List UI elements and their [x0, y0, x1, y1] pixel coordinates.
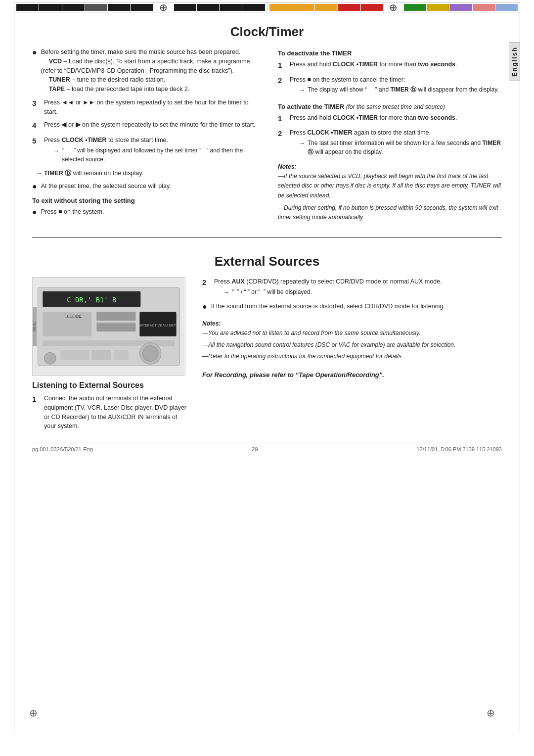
ext-notes: Notes: —You are advised not to listen to…: [202, 319, 502, 361]
bullet-dot-icon4: ●: [32, 208, 37, 216]
deactivate-step2: 2 Press ■ on the system to cancel the ti…: [278, 75, 502, 96]
bullet-dot-icon: ●: [32, 48, 37, 56]
svg-rect-15: [114, 350, 129, 360]
deactivate-step2-text: Press ■ on the system to cancel the time…: [290, 75, 502, 96]
deactivate-step1-text: Press and hold CLOCK •TIMER for more tha…: [290, 60, 502, 69]
deactivate-heading: To deactivate the TIMER: [278, 49, 502, 57]
exit-heading: To exit without storing the setting: [32, 197, 256, 204]
color-block: [220, 4, 242, 11]
notes-label: Notes:: [278, 162, 502, 172]
ext-note3: —Refer to the operating instructions for…: [202, 352, 502, 361]
step-3: 3 Press ◄◄ or ►► on the system repeatedl…: [32, 98, 256, 117]
note2-text: —During timer setting, if no button is p…: [278, 203, 502, 222]
step-4: 4 Press ◀ or ▶ on the system repeatedly …: [32, 120, 256, 132]
footer-center: 29: [252, 446, 258, 452]
ext-note1: —You are advised not to listen to and re…: [202, 329, 502, 338]
device-svg: C DR,' B1' B INTERACTIVE VU MET: [33, 278, 185, 376]
deactivate-arrow-text: The display will show “ ” and TIMER ⓑ wi…: [308, 85, 499, 94]
timer-remain-bullet: → TIMER ⓑ will remain on the display.: [32, 169, 256, 178]
page-footer: pg 001-032/V520/21-Eng 29 12/11/01, 5:06…: [32, 443, 502, 452]
color-block: [39, 4, 61, 11]
activate-arrow: → The last set timer information will be…: [299, 139, 502, 156]
color-block: [85, 4, 107, 11]
activate-step1: 1 Press and hold CLOCK •TIMER for more t…: [278, 113, 502, 125]
bullet-dot-icon3: ●: [32, 183, 37, 190]
svg-point-11: [142, 346, 158, 362]
tape-desc: – load the prerecorded tape into tape de…: [65, 86, 189, 93]
preset-bullet: ● At the preset time, the selected sourc…: [32, 182, 256, 191]
svg-text:MENU: MENU: [33, 322, 36, 331]
tuner-label: TUNER: [49, 76, 70, 83]
tuner-desc: – tune to the desired radio station.: [70, 76, 166, 83]
step-3-text: Press ◄◄ or ►► on the system repeatedly …: [44, 98, 256, 117]
activate-step2-text: Press CLOCK •TIMER again to store the st…: [290, 128, 502, 157]
svg-rect-13: [60, 350, 89, 360]
ext-step1-text: Connect the audio out terminals of the e…: [44, 394, 190, 431]
ext-sources-columns: C DR,' B1' B INTERACTIVE VU MET: [32, 277, 502, 435]
svg-text:INTERACTIVE VU MET: INTERACTIVE VU MET: [139, 324, 177, 327]
crosshair-icon: ⊕: [384, 1, 403, 13]
step5-arrow-item: → “ ” will be displayed and followed by …: [53, 146, 256, 164]
svg-text:□□□□CE: □□□□CE: [65, 314, 82, 319]
color-block: [242, 4, 265, 11]
svg-rect-14: [91, 350, 111, 360]
deactivate-arrow: → The display will show “ ” and TIMER ⓑ …: [299, 85, 502, 95]
clock-timer-notes: Notes: —If the source selected is VCD, p…: [278, 162, 502, 222]
color-block: [131, 4, 153, 11]
intro-bullet-text: Before setting the timer, make sure the …: [41, 47, 256, 94]
activate-step2: 2 Press CLOCK •TIMER again to store the …: [278, 128, 502, 157]
svg-rect-6: [96, 323, 135, 331]
ext-step2-arrow: → “ ” / “ ” or “ ” will be displayed.: [223, 287, 502, 297]
step-4-text: Press ◀ or ▶ on the system repeatedly to…: [44, 120, 256, 130]
deactivate-step1: 1 Press and hold CLOCK •TIMER for more t…: [278, 60, 502, 71]
footer-left: pg 001-032/V520/21-Eng: [32, 446, 93, 452]
color-block-orange: [292, 4, 314, 11]
exit-text: Press ■ on the system.: [41, 207, 256, 217]
color-block-orange: [269, 4, 292, 11]
listen-heading: Listening to External Sources: [32, 381, 190, 390]
right-color-strip: ⊕: [267, 2, 520, 12]
device-image: C DR,' B1' B INTERACTIVE VU MET: [32, 277, 185, 376]
ext-step2-text: Press AUX (CDR/DVD) repeatedly to select…: [214, 277, 502, 298]
ext-bullet-dot: ●: [202, 303, 207, 311]
svg-text:C DR,' B1' B: C DR,' B1' B: [67, 296, 116, 304]
ext-distort-bullet: ● If the sound from the external source …: [202, 302, 502, 311]
timer-remain-text: → TIMER ⓑ will remain on the display.: [36, 169, 256, 178]
vcd-label: VCD: [49, 58, 62, 65]
color-block-red: [361, 4, 383, 11]
activate-arrow-text: The last set timer information will be s…: [308, 139, 502, 156]
color-block-purple: [449, 4, 472, 11]
step-5-text: Press CLOCK •TIMER to store the start ti…: [44, 136, 256, 165]
ext-note2: —All the navigation sound control featur…: [202, 340, 502, 350]
color-block: [16, 4, 39, 11]
ext-distort-text: If the sound from the external source is…: [211, 302, 502, 311]
clock-timer-title: Clock/Timer: [32, 24, 502, 40]
color-block-yellow: [427, 4, 449, 11]
arrow-sym3: →: [299, 139, 305, 148]
mid-section-divider: [32, 237, 502, 238]
svg-point-12: [44, 353, 56, 365]
ext-right-col: 2 Press AUX (CDR/DVD) repeatedly to sele…: [202, 277, 502, 378]
deactivate-step1-num: 1: [278, 60, 286, 71]
arrow-sym4: →: [223, 287, 229, 297]
color-block: [108, 4, 130, 11]
vcd-line: VCD – Load the disc(s). To start from a …: [41, 58, 250, 74]
ext-step2-num: 2: [202, 277, 210, 288]
activate-heading-text: To activate the TIMER: [278, 103, 344, 110]
activate-step2-num: 2: [278, 128, 286, 140]
recording-note: For Recording, please refer to “Tape Ope…: [202, 371, 502, 378]
activate-step1-text: Press and hold CLOCK •TIMER for more tha…: [290, 113, 502, 123]
tape-label: TAPE: [49, 86, 65, 93]
color-block: [174, 4, 196, 11]
step-3-num: 3: [32, 98, 40, 109]
clock-timer-columns: ● Before setting the timer, make sure th…: [32, 47, 502, 222]
step-5-num: 5: [32, 136, 40, 147]
vcd-desc: – Load the disc(s). To start from a spec…: [41, 58, 250, 74]
color-block-ltblue: [495, 4, 518, 11]
step-5: 5 Press CLOCK •TIMER to store the start …: [32, 136, 256, 165]
ext-step1-num: 1: [32, 394, 40, 405]
step5-arrow-text: “ ” will be displayed and followed by th…: [62, 146, 256, 164]
bottom-crosshair-left: ⊕: [29, 707, 38, 719]
arrow-sym2: →: [299, 85, 305, 95]
arrow-sym: →: [53, 146, 59, 156]
